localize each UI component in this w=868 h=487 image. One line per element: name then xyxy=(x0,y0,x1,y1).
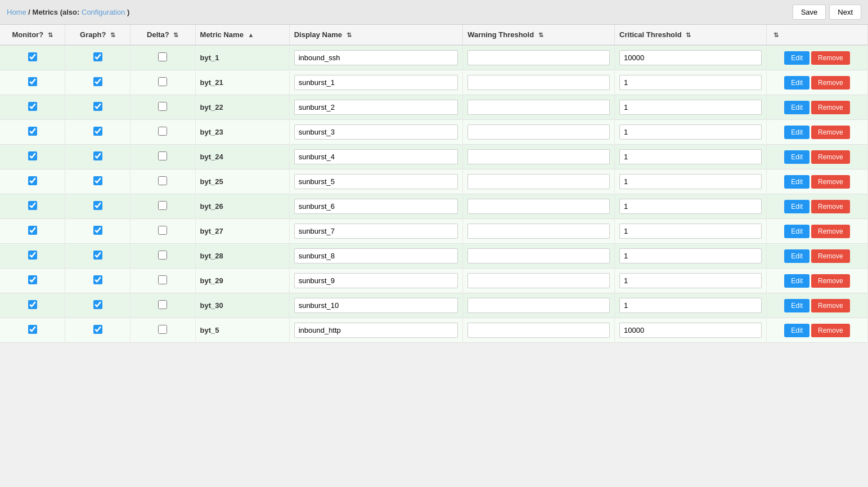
warning-threshold-input[interactable] xyxy=(467,273,610,288)
display-name-input[interactable] xyxy=(294,224,458,239)
critical-threshold-input[interactable] xyxy=(619,224,762,239)
edit-button[interactable]: Edit xyxy=(784,101,809,114)
display-name-input[interactable] xyxy=(294,273,458,288)
edit-button[interactable]: Edit xyxy=(784,249,809,263)
warning-threshold-input[interactable] xyxy=(467,248,610,263)
remove-button[interactable]: Remove xyxy=(811,76,850,90)
delta-checkbox[interactable] xyxy=(158,251,167,260)
remove-button[interactable]: Remove xyxy=(811,225,850,238)
delta-checkbox[interactable] xyxy=(158,127,167,136)
graph-checkbox[interactable] xyxy=(93,275,102,284)
col-header-metric-name[interactable]: Metric Name ▲ xyxy=(195,25,289,45)
display-name-input[interactable] xyxy=(294,174,458,189)
warning-threshold-input[interactable] xyxy=(467,174,610,189)
edit-button[interactable]: Edit xyxy=(784,51,809,65)
delta-checkbox[interactable] xyxy=(158,325,167,334)
critical-threshold-input[interactable] xyxy=(619,298,762,313)
monitor-checkbox[interactable] xyxy=(28,151,37,160)
warning-threshold-input[interactable] xyxy=(467,199,610,214)
remove-button[interactable]: Remove xyxy=(811,299,850,312)
critical-threshold-input[interactable] xyxy=(619,50,762,65)
save-button[interactable]: Save xyxy=(793,5,826,20)
warning-threshold-input[interactable] xyxy=(467,323,610,338)
edit-button[interactable]: Edit xyxy=(784,299,809,312)
display-name-input[interactable] xyxy=(294,100,458,115)
delta-checkbox[interactable] xyxy=(158,300,167,309)
delta-checkbox[interactable] xyxy=(158,176,167,185)
remove-button[interactable]: Remove xyxy=(811,324,850,337)
col-header-actions[interactable]: ⇅ xyxy=(767,25,868,45)
critical-threshold-input[interactable] xyxy=(619,323,762,338)
col-header-delta[interactable]: Delta? ⇅ xyxy=(130,25,195,45)
monitor-checkbox[interactable] xyxy=(28,102,37,111)
col-header-display-name[interactable]: Display Name ⇅ xyxy=(289,25,463,45)
display-name-input[interactable] xyxy=(294,199,458,214)
remove-button[interactable]: Remove xyxy=(811,126,850,139)
monitor-checkbox[interactable] xyxy=(28,127,37,136)
next-button[interactable]: Next xyxy=(829,5,861,20)
graph-checkbox[interactable] xyxy=(93,176,102,185)
graph-checkbox[interactable] xyxy=(93,77,102,86)
display-name-input[interactable] xyxy=(294,124,458,140)
delta-checkbox[interactable] xyxy=(158,151,167,160)
graph-checkbox[interactable] xyxy=(93,251,102,260)
delta-checkbox[interactable] xyxy=(158,52,167,61)
display-name-input[interactable] xyxy=(294,248,458,263)
display-name-input[interactable] xyxy=(294,50,458,65)
remove-button[interactable]: Remove xyxy=(811,200,850,213)
metric-sort-icon[interactable]: ▲ xyxy=(248,32,254,38)
remove-button[interactable]: Remove xyxy=(811,101,850,114)
monitor-checkbox[interactable] xyxy=(28,176,37,185)
graph-checkbox[interactable] xyxy=(93,300,102,309)
graph-checkbox[interactable] xyxy=(93,325,102,334)
critical-threshold-input[interactable] xyxy=(619,248,762,263)
graph-checkbox[interactable] xyxy=(93,127,102,136)
delta-checkbox[interactable] xyxy=(158,201,167,210)
monitor-sort-icon[interactable]: ⇅ xyxy=(48,32,53,38)
critical-threshold-input[interactable] xyxy=(619,149,762,164)
edit-button[interactable]: Edit xyxy=(784,150,809,164)
warning-threshold-input[interactable] xyxy=(467,75,610,90)
edit-button[interactable]: Edit xyxy=(784,324,809,337)
graph-checkbox[interactable] xyxy=(93,52,102,61)
monitor-checkbox[interactable] xyxy=(28,201,37,210)
col-header-graph[interactable]: Graph? ⇅ xyxy=(65,25,131,45)
col-header-critical[interactable]: Critical Threshold ⇅ xyxy=(615,25,767,45)
monitor-checkbox[interactable] xyxy=(28,77,37,86)
remove-button[interactable]: Remove xyxy=(811,274,850,288)
display-name-input[interactable] xyxy=(294,149,458,164)
monitor-checkbox[interactable] xyxy=(28,251,37,260)
graph-checkbox[interactable] xyxy=(93,226,102,235)
critical-threshold-input[interactable] xyxy=(619,124,762,140)
warning-threshold-input[interactable] xyxy=(467,50,610,65)
warning-threshold-input[interactable] xyxy=(467,149,610,164)
col-header-warning[interactable]: Warning Threshold ⇅ xyxy=(463,25,615,45)
display-sort-icon[interactable]: ⇅ xyxy=(347,32,352,38)
critical-threshold-input[interactable] xyxy=(619,75,762,90)
monitor-checkbox[interactable] xyxy=(28,325,37,334)
monitor-checkbox[interactable] xyxy=(28,226,37,235)
critical-threshold-input[interactable] xyxy=(619,273,762,288)
col-header-monitor[interactable]: Monitor? ⇅ xyxy=(0,25,65,45)
remove-button[interactable]: Remove xyxy=(811,249,850,263)
remove-button[interactable]: Remove xyxy=(811,150,850,164)
graph-sort-icon[interactable]: ⇅ xyxy=(110,32,115,38)
warning-threshold-input[interactable] xyxy=(467,224,610,239)
graph-checkbox[interactable] xyxy=(93,102,102,111)
warning-threshold-input[interactable] xyxy=(467,124,610,140)
edit-button[interactable]: Edit xyxy=(784,126,809,139)
warning-sort-icon[interactable]: ⇅ xyxy=(538,32,543,38)
edit-button[interactable]: Edit xyxy=(784,76,809,90)
monitor-checkbox[interactable] xyxy=(28,275,37,284)
monitor-checkbox[interactable] xyxy=(28,52,37,61)
critical-threshold-input[interactable] xyxy=(619,199,762,214)
display-name-input[interactable] xyxy=(294,298,458,313)
display-name-input[interactable] xyxy=(294,75,458,90)
edit-button[interactable]: Edit xyxy=(784,175,809,189)
graph-checkbox[interactable] xyxy=(93,201,102,210)
actions-sort-icon[interactable]: ⇅ xyxy=(773,32,779,38)
edit-button[interactable]: Edit xyxy=(784,225,809,238)
critical-threshold-input[interactable] xyxy=(619,100,762,115)
graph-checkbox[interactable] xyxy=(93,151,102,160)
monitor-checkbox[interactable] xyxy=(28,300,37,309)
